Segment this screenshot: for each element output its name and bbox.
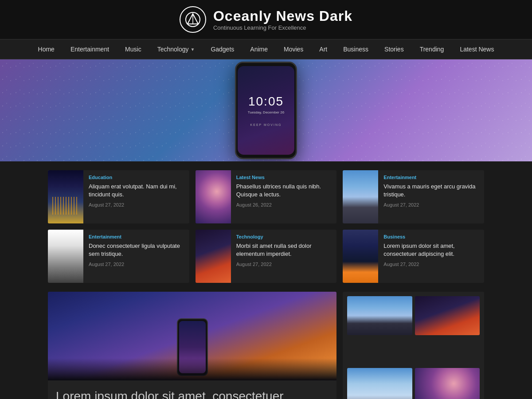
featured-body: Lorem ipsum dolor sit amet, consectetuer… (48, 380, 336, 399)
article-date: August 27, 2022 (383, 202, 479, 207)
article-category: Education (89, 175, 184, 180)
nav-latest-news[interactable]: Latest News (452, 39, 502, 59)
article-body: Business Lorem ipsum dolor sit amet, con… (378, 230, 484, 283)
thumbnail-image (48, 230, 83, 283)
sidebar-thumb-1[interactable] (347, 296, 412, 335)
main-nav: Home Entertainment Music Technology ▼ Ga… (0, 39, 532, 59)
site-tagline: Continuous Learning For Excellence (213, 24, 352, 31)
nav-anime[interactable]: Anime (242, 39, 276, 59)
article-date: August 27, 2022 (89, 202, 184, 207)
sidebar-thumb-3[interactable] (347, 368, 412, 399)
sidebar-thumb-2[interactable] (415, 296, 480, 335)
article-thumbnail (48, 230, 83, 283)
article-card[interactable]: Technology Morbi sit amet nulla sed dolo… (196, 230, 337, 283)
article-title: Vivamus a mauris eget arcu gravida trist… (383, 183, 479, 199)
sidebar-thumb-4[interactable] (415, 368, 480, 399)
article-grid: Education Aliquam erat volutpat. Nam dui… (48, 170, 484, 283)
thumbnail-image (196, 170, 231, 223)
article-thumbnail (196, 230, 231, 283)
article-category: Business (383, 234, 479, 239)
phone-date: Tuesday, December 26 (248, 110, 284, 114)
featured-title: Lorem ipsum dolor sit amet, consectetuer… (56, 388, 329, 399)
nav-entertainment[interactable]: Entertainment (63, 39, 117, 59)
phone-tagline: KEEP MOVING (250, 123, 282, 126)
article-date: August 26, 2022 (236, 202, 332, 207)
article-thumbnail (196, 170, 231, 223)
site-title-block: Oceanly News Dark Continuous Learning Fo… (213, 8, 352, 31)
nav-business[interactable]: Business (335, 39, 376, 59)
featured-trees (48, 358, 336, 380)
article-title: Lorem ipsum dolor sit amet, consectetuer… (383, 242, 479, 258)
article-date: August 27, 2022 (236, 262, 332, 267)
featured-image (48, 292, 336, 380)
article-date: August 27, 2022 (383, 262, 479, 267)
logo-icon (185, 12, 201, 27)
article-category: Entertainment (383, 175, 479, 180)
article-body: Entertainment Vivamus a mauris eget arcu… (378, 170, 484, 223)
thumbnail-image (48, 170, 83, 223)
nav-home[interactable]: Home (30, 39, 63, 59)
article-title: Donec consectetuer ligula vulputate sem … (89, 242, 184, 258)
phone-time: 10:05 (248, 94, 284, 109)
nav-movies[interactable]: Movies (276, 39, 311, 59)
hero-phone-screen: 10:05 Tuesday, December 26 KEEP MOVING (238, 66, 294, 155)
article-body: Education Aliquam erat volutpat. Nam dui… (83, 170, 189, 223)
article-title: Phasellus ultrices nulla quis nibh. Quis… (236, 183, 332, 199)
article-title: Aliquam erat volutpat. Nam dui mi, tinci… (89, 183, 184, 199)
article-date: August 27, 2022 (89, 262, 184, 267)
article-thumbnail (343, 170, 378, 223)
article-category: Technology (236, 234, 332, 239)
nav-art[interactable]: Art (311, 39, 335, 59)
chevron-down-icon: ▼ (190, 47, 195, 52)
site-header: Oceanly News Dark Continuous Learning Fo… (0, 0, 532, 39)
bottom-section: Lorem ipsum dolor sit amet, consectetuer… (48, 292, 484, 399)
thumbnail-image (343, 230, 378, 283)
nav-gadgets[interactable]: Gadgets (203, 39, 242, 59)
nav-music[interactable]: Music (117, 39, 149, 59)
sidebar-thumbnail-grid (343, 292, 484, 399)
article-card[interactable]: Entertainment Vivamus a mauris eget arcu… (343, 170, 484, 223)
article-title: Morbi sit amet nulla sed dolor elementum… (236, 242, 332, 258)
nav-technology[interactable]: Technology ▼ (149, 39, 203, 59)
article-card[interactable]: Entertainment Donec consectetuer ligula … (48, 230, 189, 283)
thumbnail-image (196, 230, 231, 283)
nav-trending[interactable]: Trending (412, 39, 452, 59)
nav-stories[interactable]: Stories (376, 39, 412, 59)
article-body: Entertainment Donec consectetuer ligula … (83, 230, 189, 283)
article-body: Latest News Phasellus ultrices nulla qui… (231, 170, 337, 223)
article-category: Latest News (236, 175, 332, 180)
article-card[interactable]: Education Aliquam erat volutpat. Nam dui… (48, 170, 189, 223)
hero-banner: 10:05 Tuesday, December 26 KEEP MOVING (0, 59, 532, 161)
content-area: Education Aliquam erat volutpat. Nam dui… (0, 161, 532, 399)
article-thumbnail (343, 230, 378, 283)
site-title: Oceanly News Dark (213, 8, 352, 24)
article-category: Entertainment (89, 234, 184, 239)
article-body: Technology Morbi sit amet nulla sed dolo… (231, 230, 337, 283)
hero-phone: 10:05 Tuesday, December 26 KEEP MOVING (235, 62, 297, 159)
article-card[interactable]: Business Lorem ipsum dolor sit amet, con… (343, 230, 484, 283)
article-card[interactable]: Latest News Phasellus ultrices nulla qui… (196, 170, 337, 223)
article-thumbnail (48, 170, 83, 223)
site-logo[interactable] (180, 6, 206, 33)
thumbnail-image (343, 170, 378, 223)
featured-article[interactable]: Lorem ipsum dolor sit amet, consectetuer… (48, 292, 336, 399)
